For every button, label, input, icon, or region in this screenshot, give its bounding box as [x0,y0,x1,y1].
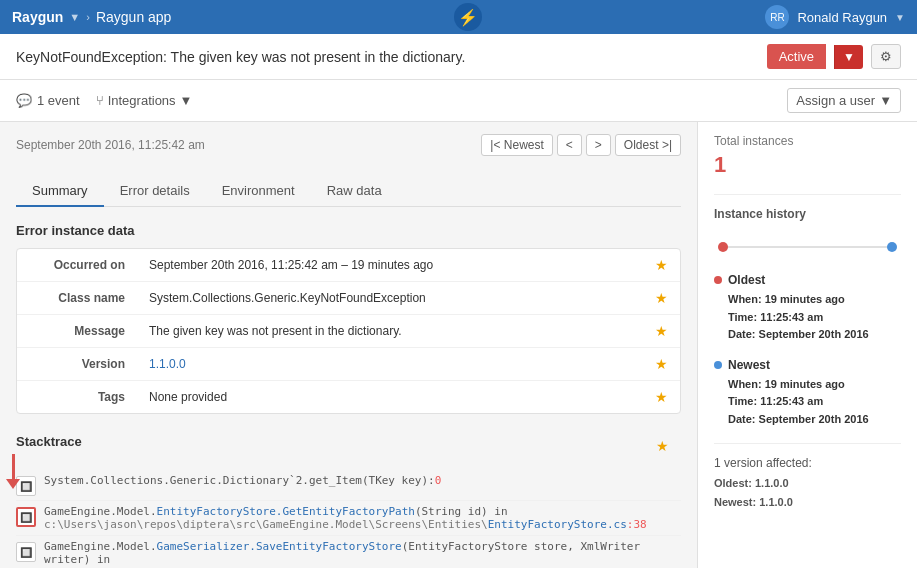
sub-header: 💬 1 event ⑂ Integrations ▼ Assign a user… [0,80,917,122]
nav-arrow-icon: › [86,11,90,23]
occurred-value: September 20th 2016, 11:25:42 am – 19 mi… [137,250,643,280]
oldest-instance: Oldest When: 19 minutes ago Time: 11:25:… [714,273,901,344]
oldest-time: 11:25:43 am [760,311,823,323]
oldest-date: September 20th 2016 [759,328,869,340]
stacktrace-star[interactable]: ★ [644,430,681,462]
table-row: Class name System.Collections.Generic.Ke… [17,282,680,315]
stacktrace-section: Stacktrace ★ 🔲 System.Collections.Generi… [16,430,681,568]
tab-raw-data[interactable]: Raw data [311,176,398,207]
integrations-button[interactable]: ⑂ Integrations ▼ [96,93,193,108]
total-instances-label: Total instances [714,134,901,148]
stack-code-0: System.Collections.Generic.Dictionary`2.… [44,474,681,487]
oldest-version: 1.1.0.0 [755,477,789,489]
stack-icon-1: 🔲 [16,507,36,527]
gear-button[interactable]: ⚙ [871,44,901,69]
tab-error-details[interactable]: Error details [104,176,206,207]
tab-bar: Summary Error details Environment Raw da… [16,176,681,207]
oldest-button[interactable]: Oldest >| [615,134,681,156]
app-container: Raygun ▼ › Raygun app ⚡ RR Ronald Raygun… [0,0,917,568]
stack-entry: 🔲 System.Collections.Generic.Dictionary`… [16,470,681,501]
newest-details: When: 19 minutes ago Time: 11:25:43 am D… [714,376,901,429]
active-button[interactable]: Active [767,44,826,69]
timestamp: September 20th 2016, 11:25:42 am [16,138,205,152]
versions-detail: Oldest: 1.1.0.0 Newest: 1.1.0.0 [714,474,901,514]
newest-dot [887,242,897,252]
table-row: Occurred on September 20th 2016, 11:25:4… [17,249,680,282]
newest-instance: Newest When: 19 minutes ago Time: 11:25:… [714,358,901,429]
classname-label: Class name [17,283,137,313]
newest-button[interactable]: |< Newest [481,134,552,156]
error-header: KeyNotFoundException: The given key was … [0,34,917,80]
occurred-label: Occurred on [17,250,137,280]
classname-value: System.Collections.Generic.KeyNotFoundEx… [137,283,643,313]
newest-dot-indicator [714,361,722,369]
oldest-dot [718,242,728,252]
occurred-star[interactable]: ★ [643,249,680,281]
stacktrace-entries: 🔲 System.Collections.Generic.Dictionary`… [16,470,681,568]
stacktrace-title: Stacktrace [16,434,82,449]
versions-label: 1 version affected: [714,456,901,470]
oldest-label: Oldest [728,273,765,287]
newest-when: 19 minutes ago [765,378,845,390]
message-value: The given key was not present in the dic… [137,316,643,346]
tags-value: None provided [137,382,643,412]
newest-time: 11:25:43 am [760,395,823,407]
stack-entry: 🔲 GameEngine.Model.GameSerializer.SaveEn… [16,536,681,568]
table-row: Tags None provided ★ [17,381,680,413]
user-caret-icon: ▼ [895,12,905,23]
events-count: 1 event [37,93,80,108]
active-caret-button[interactable]: ▼ [834,45,863,69]
tab-summary[interactable]: Summary [16,176,104,207]
version-label: Version [17,349,137,379]
timeline [714,237,901,257]
bolt-icon[interactable]: ⚡ [454,3,482,31]
right-panel: Total instances 1 Instance history Oldes… [697,122,917,568]
stack-entry: 🔲 GameEngine.Model.EntityFactoryStore.Ge… [16,501,681,536]
assign-placeholder: Assign a user [796,93,875,108]
newest-date: September 20th 2016 [759,413,869,425]
newest-version: 1.1.0.0 [759,496,793,508]
integrations-label: Integrations [108,93,176,108]
error-data-table: Occurred on September 20th 2016, 11:25:4… [16,248,681,414]
error-instance-title: Error instance data [16,223,681,238]
assign-user-select[interactable]: Assign a user ▼ [787,88,901,113]
assign-caret-icon: ▼ [879,93,892,108]
oldest-dot-indicator [714,276,722,284]
avatar: RR [765,5,789,29]
stack-icon-2: 🔲 [16,542,36,562]
prev-button[interactable]: < [557,134,582,156]
tags-label: Tags [17,382,137,412]
table-row: Message The given key was not present in… [17,315,680,348]
error-instance-section: Error instance data Occurred on Septembe… [16,223,681,414]
comment-icon: 💬 [16,93,32,108]
brand-name[interactable]: Raygun [12,9,63,25]
stack-code-2: GameEngine.Model.GameSerializer.SaveEnti… [44,540,681,568]
table-row: Version 1.1.0.0 ★ [17,348,680,381]
message-label: Message [17,316,137,346]
tags-star[interactable]: ★ [643,381,680,413]
events-info: 💬 1 event [16,93,80,108]
top-nav: Raygun ▼ › Raygun app ⚡ RR Ronald Raygun… [0,0,917,34]
version-star[interactable]: ★ [643,348,680,380]
user-name[interactable]: Ronald Raygun [797,10,887,25]
branch-icon: ⑂ [96,93,104,108]
total-instances-value: 1 [714,152,901,178]
message-star[interactable]: ★ [643,315,680,347]
error-title: KeyNotFoundException: The given key was … [16,49,465,65]
next-button[interactable]: > [586,134,611,156]
app-name[interactable]: Raygun app [96,9,172,25]
newest-label: Newest [728,358,770,372]
oldest-details: When: 19 minutes ago Time: 11:25:43 am D… [714,291,901,344]
stack-code-1: GameEngine.Model.EntityFactoryStore.GetE… [44,505,681,531]
nav-caret-icon: ▼ [69,11,80,23]
classname-star[interactable]: ★ [643,282,680,314]
tab-environment[interactable]: Environment [206,176,311,207]
oldest-when: 19 minutes ago [765,293,845,305]
version-value[interactable]: 1.1.0.0 [137,349,643,379]
instance-history-title: Instance history [714,207,901,221]
integrations-caret-icon: ▼ [180,93,193,108]
